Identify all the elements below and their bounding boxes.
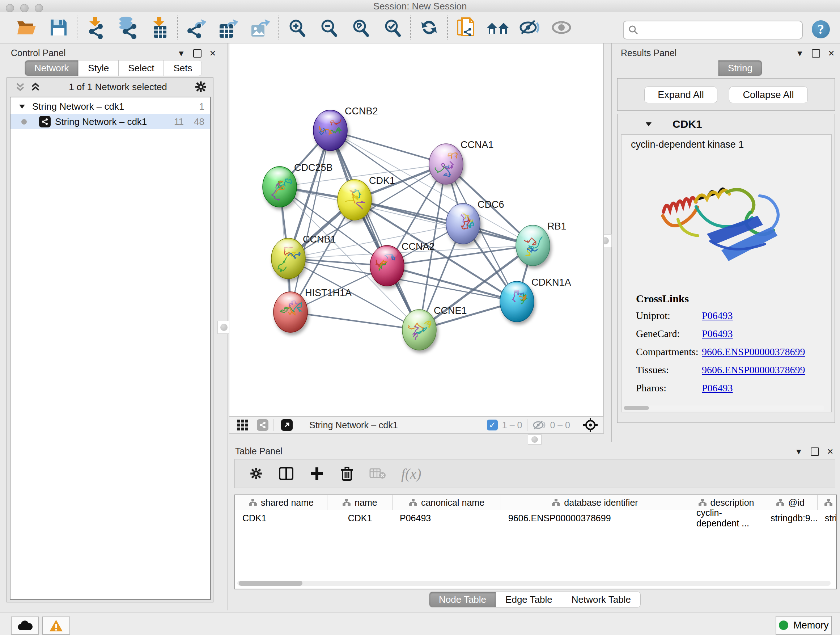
node-CCNB2[interactable] <box>313 110 347 150</box>
edge-HIST1H1A-CCNE1[interactable] <box>291 312 419 330</box>
network-share-icon[interactable] <box>257 419 268 431</box>
hidden-eye-icon[interactable] <box>532 420 546 431</box>
search-input[interactable] <box>639 23 802 37</box>
import-network-file-button[interactable] <box>80 15 111 40</box>
tab-select[interactable]: Select <box>118 60 164 76</box>
column-header-shared-name[interactable]: shared name <box>235 495 327 510</box>
tab-string[interactable]: String <box>718 60 762 76</box>
node-HIST1H1A[interactable] <box>273 292 308 333</box>
import-network-database-button[interactable] <box>111 15 143 40</box>
collapse-all-button[interactable]: Collapse All <box>729 87 808 103</box>
table-settings-gear-icon[interactable] <box>249 467 263 480</box>
column-header-name[interactable]: name <box>327 495 393 510</box>
float-panel-icon[interactable] <box>193 49 202 57</box>
node-CDC25B[interactable] <box>263 166 297 207</box>
show-all-button[interactable] <box>546 15 577 40</box>
export-table-button[interactable] <box>212 15 244 40</box>
refresh-button[interactable] <box>413 15 445 40</box>
hide-selected-button[interactable] <box>514 15 546 40</box>
tab-edge-table[interactable]: Edge Table <box>496 592 562 608</box>
network-tree-item-row[interactable]: String Network – cdk1 11 48 <box>11 114 210 129</box>
table-cell[interactable]: CDK1 <box>327 513 393 524</box>
open-in-new-window-icon[interactable] <box>281 419 293 431</box>
crosslink-link[interactable]: 9606.ENSP00000378699 <box>702 364 805 376</box>
tab-sets[interactable]: Sets <box>164 60 202 76</box>
selected-nodes-checkbox[interactable]: ✓ <box>487 420 498 431</box>
zoom-out-button[interactable] <box>313 15 344 40</box>
table-cell[interactable]: CDK1 <box>235 513 327 524</box>
column-header-canonical-name[interactable]: canonical name <box>393 495 501 510</box>
show-columns-icon[interactable] <box>278 466 294 481</box>
float-panel-icon[interactable] <box>811 448 819 456</box>
node-CCNE1[interactable] <box>402 310 436 350</box>
node-CCNA1[interactable] <box>429 144 463 184</box>
edge-CCNB2-CCNA1[interactable] <box>330 130 446 164</box>
save-session-button[interactable] <box>43 15 74 40</box>
zoom-fit-button[interactable] <box>344 15 376 40</box>
tree-expander-icon[interactable] <box>19 103 26 110</box>
create-column-plus-icon[interactable] <box>309 466 325 481</box>
tab-node-table[interactable]: Node Table <box>429 592 496 608</box>
collapse-all-icon[interactable] <box>14 81 27 93</box>
table-row[interactable]: CDK1CDK1P064939606.ENSP00000378699cyclin… <box>235 510 836 526</box>
node-CDC6[interactable] <box>446 203 480 244</box>
edge-CCNB2-CCNE1[interactable] <box>330 130 419 330</box>
left-splitter-handle[interactable] <box>218 321 231 334</box>
tab-network[interactable]: Network <box>25 60 79 76</box>
table-cell[interactable]: 9606.ENSP00000378699 <box>501 513 689 524</box>
edge-CDK1-RB1[interactable] <box>355 200 533 245</box>
home-button[interactable] <box>482 15 514 40</box>
network-tree-root-row[interactable]: String Network – cdk1 1 <box>11 99 210 114</box>
entry-hscrollbar[interactable] <box>623 405 824 410</box>
gear-icon[interactable] <box>194 80 207 93</box>
clone-network-button[interactable] <box>450 15 482 40</box>
table-cell[interactable]: stringdb:9... <box>763 513 818 524</box>
panel-menu-icon[interactable]: ▼ <box>796 50 804 57</box>
result-entry-header[interactable]: CDK1 <box>619 116 833 133</box>
export-image-button[interactable] <box>244 15 276 40</box>
node-CCNB1[interactable] <box>271 238 305 279</box>
float-panel-icon[interactable] <box>812 49 820 57</box>
node-CDK1[interactable] <box>338 180 371 220</box>
close-panel-icon[interactable]: ✕ <box>828 50 835 57</box>
crosslink-link[interactable]: P06493 <box>702 328 733 340</box>
node-RB1[interactable] <box>516 225 550 266</box>
column-header--id[interactable]: @id <box>763 495 818 510</box>
close-panel-icon[interactable]: ✕ <box>210 50 216 57</box>
node-table[interactable]: shared namenamecanonical namedatabase id… <box>234 494 837 589</box>
birdseye-view-icon[interactable] <box>236 418 249 432</box>
tab-style[interactable]: Style <box>79 60 118 76</box>
node-CCNA2[interactable] <box>370 245 404 286</box>
horizontal-splitter-handle[interactable] <box>528 434 542 445</box>
node-CDKN1A[interactable] <box>500 281 534 322</box>
zoom-in-button[interactable] <box>281 15 313 40</box>
expand-all-icon[interactable] <box>29 81 42 93</box>
panel-menu-icon[interactable]: ▼ <box>795 448 803 456</box>
memory-button[interactable]: Memory <box>775 616 832 635</box>
expand-all-button[interactable]: Expand All <box>644 87 717 103</box>
delete-column-trash-icon[interactable] <box>340 466 354 481</box>
open-session-button[interactable] <box>11 15 43 40</box>
column-header-namespace[interactable]: namespace <box>818 495 837 510</box>
import-table-button[interactable] <box>143 15 175 40</box>
table-cell[interactable]: stringdb <box>818 513 837 524</box>
crosslink-link[interactable]: P06493 <box>702 310 733 321</box>
fit-selected-crosshair-icon[interactable] <box>583 417 598 433</box>
crosslink-link[interactable]: P06493 <box>702 382 733 394</box>
help-button[interactable]: ? <box>812 20 830 38</box>
table-cell[interactable]: P06493 <box>393 513 501 524</box>
crosslink-link[interactable]: 9606.ENSP00000378699 <box>702 346 805 358</box>
edge-CCNB2-HIST1H1A[interactable] <box>291 130 330 312</box>
column-header-database-identifier[interactable]: database identifier <box>501 495 689 510</box>
table-cell[interactable]: cyclin-dependent ... <box>689 508 763 529</box>
close-panel-icon[interactable]: ✕ <box>827 448 834 456</box>
export-network-button[interactable] <box>180 15 212 40</box>
table-hscrollbar[interactable] <box>237 581 831 586</box>
warnings-button[interactable] <box>42 616 70 635</box>
cloud-button[interactable] <box>11 616 39 635</box>
entry-expander-icon[interactable] <box>645 120 652 128</box>
panel-menu-icon[interactable]: ▼ <box>177 50 185 57</box>
zoom-selected-button[interactable] <box>376 15 408 40</box>
network-canvas[interactable]: CCNB2CCNA1CDC25BCDK1CDC6RB1CCNB1CCNA2CDK… <box>229 43 604 416</box>
tab-network-table[interactable]: Network Table <box>562 592 641 608</box>
